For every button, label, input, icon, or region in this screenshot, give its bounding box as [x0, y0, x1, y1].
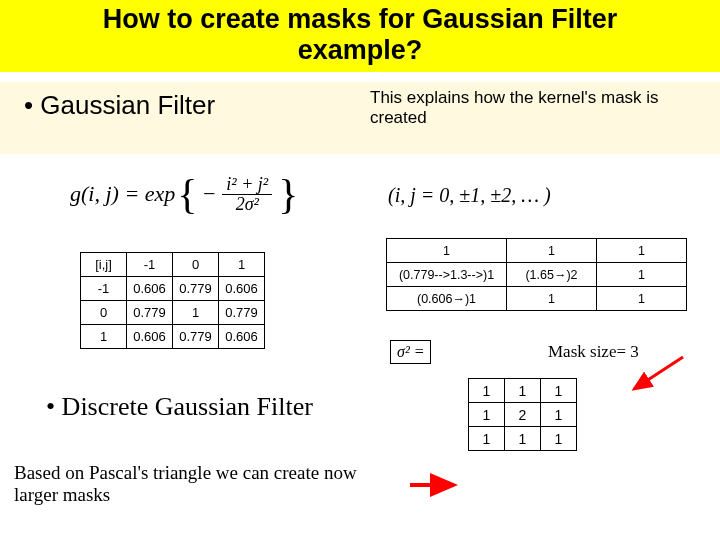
cell: 1: [597, 263, 687, 287]
svg-line-0: [634, 357, 683, 389]
sigma-squared: σ² =: [390, 340, 431, 364]
bullet-discrete: • Discrete Gaussian Filter: [46, 392, 313, 422]
cell: 1: [507, 287, 597, 311]
arrow-red-2: [408, 475, 460, 499]
table-discrete-mask: 1 1 1 1 2 1 1 1 1: [468, 378, 577, 451]
cell: 1: [469, 403, 505, 427]
table-row: 1 1 1: [469, 427, 577, 451]
cell: 1: [387, 239, 507, 263]
mask-size-label: Mask size= 3: [548, 342, 639, 362]
cell: 1: [597, 287, 687, 311]
table-row: (0.606→)1 1 1: [387, 287, 687, 311]
cell: (1.65→)2: [507, 263, 597, 287]
cell: 0.779: [173, 325, 219, 349]
cell: 0: [81, 301, 127, 325]
table-row: [i,j] -1 0 1: [81, 253, 265, 277]
cell: 0.606: [219, 277, 265, 301]
cell: 1: [597, 239, 687, 263]
title-line2: example?: [298, 35, 423, 65]
cell: 0.606: [127, 325, 173, 349]
brace-right: }: [276, 170, 300, 218]
cell: [i,j]: [81, 253, 127, 277]
formula-gaussian: g(i, j) = exp { − i² + j² 2σ² }: [70, 170, 300, 218]
cell: 0.606: [127, 277, 173, 301]
formula-denominator: 2σ²: [232, 195, 263, 214]
table-row: 0 0.779 1 0.779: [81, 301, 265, 325]
formula-lhs: g(i, j) = exp: [70, 181, 175, 207]
cell: 0.779: [219, 301, 265, 325]
cell: 1: [505, 379, 541, 403]
cell: 1: [541, 379, 577, 403]
formula-numerator: i² + j²: [222, 175, 272, 195]
cell: 1: [219, 253, 265, 277]
cell: 1: [541, 403, 577, 427]
table-row: 1 1 1: [387, 239, 687, 263]
cell: 1: [505, 427, 541, 451]
table-row: 1 1 1: [469, 379, 577, 403]
cell: 1: [173, 301, 219, 325]
cell: (0.606→)1: [387, 287, 507, 311]
cell: 1: [469, 379, 505, 403]
table-row: -1 0.606 0.779 0.606: [81, 277, 265, 301]
cell: 0.606: [219, 325, 265, 349]
cell: (0.779-->1.3-->)1: [387, 263, 507, 287]
bullet1-band: • Gaussian Filter This explains how the …: [0, 82, 720, 154]
cell: 1: [507, 239, 597, 263]
arrow-red-1: [628, 355, 688, 399]
cell: 0.779: [127, 301, 173, 325]
explainer-note: This explains how the kernel's mask is c…: [370, 88, 680, 127]
cell: -1: [81, 277, 127, 301]
table-row: 1 2 1: [469, 403, 577, 427]
formula-minus: −: [199, 181, 218, 207]
cell: 2: [505, 403, 541, 427]
table-row: 1 0.606 0.779 0.606: [81, 325, 265, 349]
table-rounding-steps: 1 1 1 (0.779-->1.3-->)1 (1.65→)2 1 (0.60…: [386, 238, 687, 311]
brace-left: {: [175, 170, 199, 218]
cell: 1: [469, 427, 505, 451]
table-row: (0.779-->1.3-->)1 (1.65→)2 1: [387, 263, 687, 287]
sigma-squared-box: σ² =: [390, 340, 431, 364]
title-line1: How to create masks for Gaussian Filter: [103, 4, 618, 34]
pascal-note: Based on Pascal's triangle we can create…: [14, 462, 404, 506]
cell: 1: [81, 325, 127, 349]
slide-title: How to create masks for Gaussian Filter …: [0, 0, 720, 72]
cell: 0.779: [173, 277, 219, 301]
cell: -1: [127, 253, 173, 277]
table-gaussian-values: [i,j] -1 0 1 -1 0.606 0.779 0.606 0 0.77…: [80, 252, 265, 349]
cell: 0: [173, 253, 219, 277]
formula-fraction: i² + j² 2σ²: [218, 175, 276, 214]
cell: 1: [541, 427, 577, 451]
index-range: (i, j = 0, ±1, ±2, … ): [388, 184, 551, 207]
